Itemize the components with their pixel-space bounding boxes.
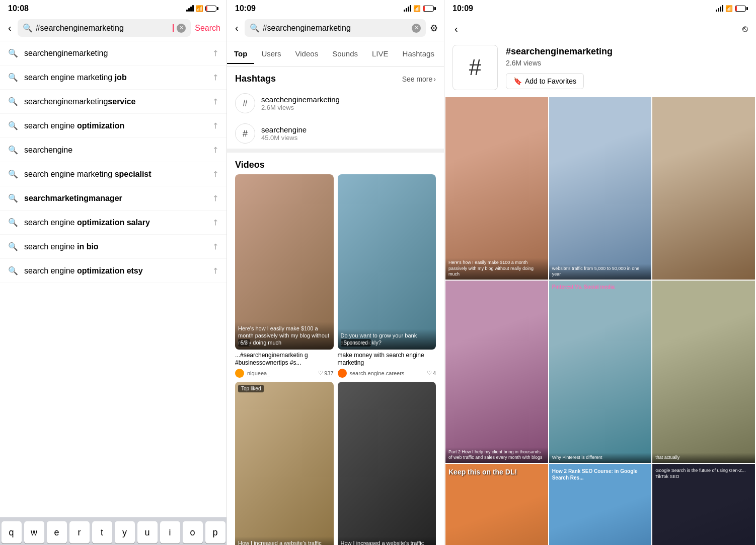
tab-live[interactable]: LIVE	[365, 43, 396, 64]
video-card-0[interactable]: Here's how I easily make $100 a month pa…	[235, 174, 334, 378]
suggestion-item-7[interactable]: 🔍 search engine optimization salary ↗	[0, 211, 226, 235]
hashtag-views-1: 45.0M views	[261, 134, 436, 142]
clear-button-p1[interactable]: ✕	[177, 24, 186, 33]
suggestion-item-3[interactable]: 🔍 search engine optimization ↗	[0, 114, 226, 138]
avatar-0	[235, 369, 244, 378]
key-r[interactable]: r	[69, 521, 90, 543]
tabs-row-p2: Top Users Videos Sounds LIVE Hashtags	[227, 41, 444, 66]
video-caption-0: ...#searchenginemarketin g #businessowne…	[235, 352, 334, 367]
tab-hashtags[interactable]: Hashtags	[396, 43, 441, 64]
suggestion-item-1[interactable]: 🔍 search engine marketing job ↗	[0, 65, 226, 90]
p3-thumb-text-7: How 2 Rank SEO Course: in Google Search …	[552, 468, 649, 481]
back-button-p2[interactable]: ‹	[233, 20, 241, 36]
suggestion-item-5[interactable]: 🔍 search engine marketing specialist ↗	[0, 162, 226, 186]
tab-top[interactable]: Top	[227, 43, 254, 64]
video-card-3[interactable]: How I increased a website's traffic from…	[338, 382, 436, 545]
search-input-box-p1[interactable]: 🔍 #searchenginemarketing ✕	[18, 19, 191, 37]
p3-thumb-4[interactable]: Pinterest Vs. Social media Why Pinterest…	[549, 281, 652, 463]
see-more-hashtags[interactable]: See more ›	[402, 75, 436, 83]
key-y[interactable]: y	[115, 521, 135, 543]
status-bar-p2: 10:09 📶	[227, 0, 444, 15]
search-icon-s1: 🔍	[8, 73, 18, 82]
search-input-p2[interactable]: 🔍 #searchenginemarketing ✕	[245, 19, 426, 37]
arrow-icon-s5: ↗	[209, 168, 221, 180]
hashtag-views-0: 2.6M views	[261, 104, 436, 111]
video-card-1[interactable]: Do you want to grow your bank account qu…	[338, 174, 436, 378]
p3-thumb-3[interactable]: Part 2 How I help my client bring in tho…	[445, 281, 548, 463]
search-icon-s8: 🔍	[8, 242, 18, 251]
search-text-p1[interactable]: #searchenginemarketing	[36, 24, 170, 33]
ratio-badge-0: 5/3	[238, 339, 250, 347]
add-favorites-button[interactable]: 🔖 Add to Favorites	[506, 73, 584, 89]
key-q[interactable]: q	[2, 521, 22, 543]
share-icon-p3[interactable]: ⎋	[742, 24, 748, 34]
video-caption-1: make money with search engine marketing	[338, 352, 436, 367]
videos-section-header: Videos	[227, 153, 444, 174]
p3-thumb-7[interactable]: How 2 Rank SEO Course: in Google Search …	[549, 464, 652, 545]
suggestion-item-8[interactable]: 🔍 search engine in bio ↗	[0, 235, 226, 259]
p3-thumb-2[interactable]	[652, 97, 755, 280]
hashtag-hero-info: #searchenginemarketing 2.6M views 🔖 Add …	[506, 46, 748, 89]
filter-icon-p2[interactable]: ⚙	[430, 23, 438, 34]
status-bar-p1: 10:08 📶	[0, 0, 226, 15]
wifi-icon: 📶	[196, 5, 203, 12]
video-text-2: How I increased a website's traffic from…	[235, 536, 334, 545]
p3-thumb-text-8: Google Search is the future of using Gen…	[655, 468, 752, 480]
suggestion-item-6[interactable]: 🔍 searchmarketingmanager ↗	[0, 186, 226, 211]
key-u[interactable]: u	[137, 521, 158, 543]
hashtag-item-0[interactable]: # searchenginemarketing 2.6M views	[227, 88, 444, 118]
video-thumb-2[interactable]: Top liked How I increased a website's tr…	[235, 382, 334, 545]
key-e[interactable]: e	[47, 521, 67, 543]
search-icon-s5: 🔍	[8, 169, 18, 179]
hashtags-section-header: Hashtags See more ›	[227, 66, 444, 88]
key-t[interactable]: t	[92, 521, 112, 543]
p3-thumb-text-0: Here's how I easily make $100 a month pa…	[445, 258, 548, 280]
key-w[interactable]: w	[24, 521, 44, 543]
back-button-p3[interactable]: ‹	[452, 21, 460, 37]
tab-sounds[interactable]: Sounds	[325, 43, 365, 64]
suggestion-item-4[interactable]: 🔍 searchengine ↗	[0, 138, 226, 162]
p3-thumb-0[interactable]: Here's how I easily make $100 a month pa…	[445, 97, 548, 280]
suggestion-text-2: searchenginemarketingservice	[24, 97, 206, 106]
suggestion-text-8: search engine in bio	[24, 242, 206, 251]
suggestion-text-9: search engine optimization etsy	[24, 266, 206, 276]
time-p3: 10:09	[452, 4, 473, 13]
video-likes-1: ♡ 4	[427, 370, 436, 376]
tab-videos[interactable]: Videos	[288, 43, 326, 64]
clear-button-p2[interactable]: ✕	[412, 24, 421, 33]
p3-thumb-5[interactable]: that actually	[652, 281, 755, 463]
suggestion-item-0[interactable]: 🔍 searchenginemarketing ↗	[0, 41, 226, 65]
search-icon-s2: 🔍	[8, 97, 18, 106]
p3-thumb-1[interactable]: website's traffic from 5,000 to 50,000 i…	[549, 97, 652, 280]
suggestion-item-9[interactable]: 🔍 search engine optimization etsy ↗	[0, 259, 226, 283]
key-p[interactable]: p	[205, 521, 225, 543]
hashtag-icon-0: #	[235, 93, 255, 113]
key-o[interactable]: o	[183, 521, 203, 543]
video-thumb-1[interactable]: Do you want to grow your bank account qu…	[338, 174, 436, 350]
video-thumb-3[interactable]: How I increased a website's traffic from…	[338, 382, 436, 545]
search-icon-s6: 🔍	[8, 193, 18, 203]
suggestion-text-0: searchenginemarketing	[24, 49, 206, 58]
hashtag-item-1[interactable]: # searchengine 45.0M views	[227, 118, 444, 149]
suggestion-text-1: search engine marketing job	[24, 73, 206, 82]
key-i[interactable]: i	[160, 521, 180, 543]
video-meta-0: niqueea_ ♡ 937	[235, 369, 334, 378]
videos-grid-p2: Here's how I easily make $100 a month pa…	[227, 174, 444, 545]
p3-thumb-6[interactable]: Today in Digital Marketing: March 18, 20…	[445, 464, 548, 545]
hashtag-hero-icon: #	[452, 45, 498, 90]
keyboard: q w e r t y u i o p a s d f g h j k l ⇧ …	[0, 517, 226, 545]
tab-users[interactable]: Users	[254, 43, 288, 64]
back-button-p1[interactable]: ‹	[6, 20, 14, 36]
search-icon-s4: 🔍	[8, 145, 18, 155]
search-label-p1[interactable]: Search	[195, 24, 220, 33]
p3-thumb-8[interactable]: Google Search is the future of using Gen…	[652, 464, 755, 545]
p3-thumb-overlay-6: Keep this on the DL!	[448, 468, 545, 476]
video-card-2[interactable]: Top liked How I increased a website's tr…	[235, 382, 334, 545]
video-thumb-0[interactable]: Here's how I easily make $100 a month pa…	[235, 174, 334, 350]
signal-icon	[186, 6, 194, 12]
video-img-1: Do you want to grow your bank account qu…	[338, 174, 436, 350]
top-liked-badge-2: Top liked	[238, 385, 264, 392]
status-icons-p1: 📶	[186, 5, 218, 12]
battery-icon-p3	[735, 6, 748, 12]
suggestion-item-2[interactable]: 🔍 searchenginemarketingservice ↗	[0, 90, 226, 114]
